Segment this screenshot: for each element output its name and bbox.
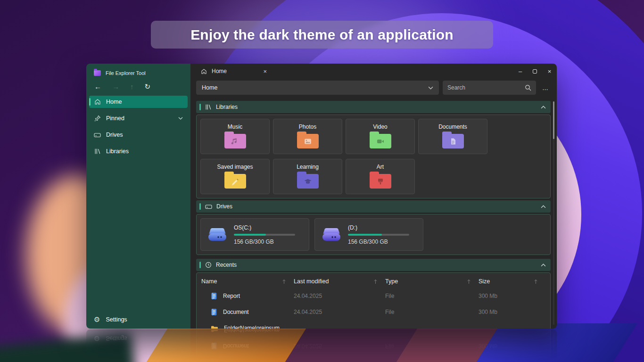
drive-usage-bar bbox=[234, 234, 295, 236]
file-type: File bbox=[385, 293, 479, 299]
app-logo-folder-icon bbox=[94, 70, 101, 76]
sidebar-item-libraries[interactable]: Libraries bbox=[89, 145, 188, 157]
app-title-row: File Explorer Tool bbox=[86, 64, 190, 78]
tab-label: Home bbox=[212, 68, 258, 74]
minimize-button[interactable]: – bbox=[513, 64, 528, 79]
drive-usage-fill bbox=[234, 234, 266, 236]
toolbar: Home … bbox=[190, 79, 557, 97]
tab-home[interactable]: Home × bbox=[201, 68, 267, 75]
drive-usage-text: 156 GB/300 GB bbox=[234, 239, 295, 245]
content-area: Libraries Music Photos bbox=[190, 97, 557, 329]
video-folder-icon bbox=[370, 134, 391, 148]
sort-up-icon bbox=[467, 279, 471, 284]
library-card-saved-images[interactable]: Saved images bbox=[200, 159, 270, 194]
hard-drive-icon bbox=[322, 227, 341, 242]
section-header-drives[interactable]: Drives bbox=[196, 200, 551, 213]
library-card-label: Art bbox=[377, 164, 384, 170]
drive-usage-bar bbox=[348, 234, 409, 236]
address-bar[interactable]: Home bbox=[196, 81, 439, 95]
drive-icon bbox=[205, 204, 212, 209]
tab-close-icon[interactable]: × bbox=[263, 68, 267, 75]
folder-file-icon bbox=[211, 325, 218, 329]
drive-card-d[interactable]: (D:) 156 GB/300 GB bbox=[314, 218, 423, 251]
library-card-label: Photos bbox=[299, 123, 316, 130]
photos-folder-icon bbox=[297, 134, 319, 148]
library-card-music[interactable]: Music bbox=[200, 119, 270, 154]
file-size: 300 Mb bbox=[479, 309, 545, 315]
drive-usage-fill bbox=[348, 234, 382, 236]
chevron-up-icon[interactable] bbox=[541, 106, 546, 109]
refresh-icon[interactable]: ↻ bbox=[145, 83, 151, 90]
close-button[interactable]: × bbox=[542, 64, 557, 79]
sidebar-item-drives[interactable]: Drives bbox=[89, 129, 188, 141]
table-row[interactable]: Report 24.04.2025 File 300 Mb bbox=[201, 288, 545, 304]
library-card-label: Video bbox=[373, 123, 387, 130]
gear-icon: ⚙ bbox=[94, 316, 100, 323]
scrollbar-thumb[interactable] bbox=[553, 101, 554, 139]
column-header-name[interactable]: Name bbox=[201, 278, 294, 285]
document-file-icon bbox=[211, 292, 217, 300]
column-header-type[interactable]: Type bbox=[385, 278, 479, 285]
home-icon bbox=[94, 99, 101, 105]
sidebar-item-label: Libraries bbox=[106, 148, 129, 155]
table-row[interactable]: Document 24.04.2025 File 300 Mb bbox=[201, 304, 545, 320]
drive-info: OS(C:) 156 GB/300 GB bbox=[234, 224, 295, 245]
file-name: Document bbox=[223, 309, 249, 315]
main-pane: Home × – × Home bbox=[190, 64, 557, 329]
settings-label: Settings bbox=[106, 316, 127, 323]
section-accent bbox=[199, 203, 201, 210]
maximize-button[interactable] bbox=[528, 64, 542, 79]
scrollbar[interactable] bbox=[553, 101, 554, 325]
back-icon[interactable]: ← bbox=[94, 83, 101, 90]
chevron-up-icon[interactable] bbox=[541, 205, 546, 208]
search-icon[interactable] bbox=[525, 84, 531, 91]
file-name: FolderNameloreipsum bbox=[224, 325, 280, 329]
recents-panel: Name Last modified Type Size bbox=[196, 272, 551, 329]
library-card-documents[interactable]: Documents bbox=[418, 119, 487, 154]
drive-card-c[interactable]: OS(C:) 156 GB/300 GB bbox=[200, 218, 309, 251]
search-input[interactable] bbox=[447, 84, 525, 91]
documents-folder-icon bbox=[442, 134, 464, 148]
column-header-size[interactable]: Size bbox=[479, 278, 545, 285]
library-card-art[interactable]: Art bbox=[346, 159, 415, 194]
library-card-label: Documents bbox=[438, 123, 467, 130]
file-name-cell: Document bbox=[201, 308, 294, 316]
titlebar: Home × – × bbox=[190, 64, 557, 79]
chevron-down-icon[interactable] bbox=[428, 86, 433, 90]
address-value: Home bbox=[202, 84, 217, 91]
section-accent bbox=[199, 262, 201, 268]
maximize-icon bbox=[533, 69, 537, 74]
sidebar-item-label: Home bbox=[106, 99, 122, 105]
home-icon bbox=[201, 68, 207, 74]
learning-folder-icon bbox=[297, 174, 319, 189]
search-box bbox=[443, 81, 536, 95]
sidebar-item-pinned[interactable]: Pinned bbox=[89, 112, 188, 124]
library-card-photos[interactable]: Photos bbox=[273, 119, 342, 154]
library-card-learning[interactable]: Learning bbox=[273, 159, 342, 194]
chevron-up-icon[interactable] bbox=[541, 263, 546, 267]
table-row[interactable]: FolderNameloreipsum bbox=[201, 320, 545, 329]
desktop: Enjoy the dark theme of an application F… bbox=[0, 0, 644, 362]
more-button[interactable]: … bbox=[540, 84, 551, 91]
column-label: Name bbox=[201, 278, 217, 285]
drive-icon bbox=[94, 132, 101, 138]
forward-icon[interactable]: → bbox=[112, 83, 119, 90]
art-folder-icon bbox=[370, 174, 391, 189]
sidebar-item-home[interactable]: Home bbox=[89, 96, 188, 108]
section-header-libraries[interactable]: Libraries bbox=[196, 101, 551, 113]
sidebar-item-settings[interactable]: ⚙ Settings bbox=[94, 316, 127, 323]
file-name-cell: Report bbox=[201, 292, 294, 300]
libraries-icon bbox=[205, 104, 212, 110]
sort-up-icon bbox=[373, 279, 378, 284]
library-card-video[interactable]: Video bbox=[346, 119, 415, 154]
column-header-last-modified[interactable]: Last modified bbox=[294, 278, 385, 285]
drives-panel: OS(C:) 156 GB/300 GB bbox=[196, 214, 551, 255]
section-header-recents[interactable]: Recents bbox=[196, 259, 551, 271]
up-icon[interactable]: ↑ bbox=[130, 83, 134, 90]
pin-icon bbox=[94, 115, 101, 122]
drive-name: (D:) bbox=[348, 224, 409, 231]
section-title: Recents bbox=[216, 262, 237, 268]
clock-icon bbox=[205, 262, 212, 268]
library-card-label: Saved images bbox=[217, 164, 253, 170]
app-window: File Explorer Tool ← → ↑ ↻ Home bbox=[86, 64, 557, 329]
